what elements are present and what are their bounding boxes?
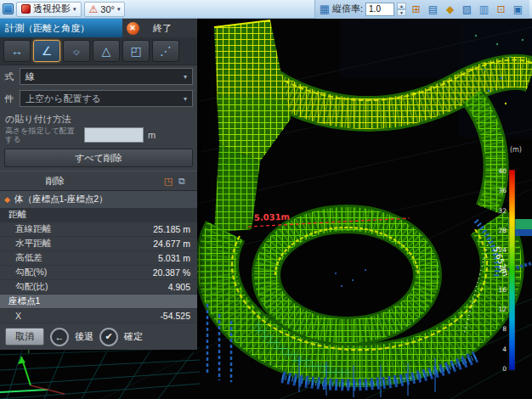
tool-points-button[interactable]: ⋰ xyxy=(152,40,179,62)
tool-angle-button[interactable]: ∠ xyxy=(33,40,60,62)
ring-hole xyxy=(282,235,411,315)
snap-tool-icon[interactable]: ⊞ xyxy=(409,2,423,16)
section-icon: ◰ xyxy=(130,44,141,58)
distance-icon: ↔ xyxy=(11,44,23,58)
back-button[interactable]: ← xyxy=(50,328,69,346)
legend-tick: 0 xyxy=(502,365,507,373)
measurement-row[interactable]: 水平距離24.677 m xyxy=(0,237,197,251)
legend-tick: 24 xyxy=(498,246,507,254)
grid-view-icon[interactable]: ▦ xyxy=(320,3,330,14)
height-measurement-label: 5.031m xyxy=(254,212,290,222)
projection-label: 透視投影 xyxy=(33,3,71,15)
legend-tick: 28 xyxy=(498,227,507,234)
radius-icon: ⌔ xyxy=(73,44,80,59)
top-toolbar: 透視投影 ▾ ⚠ 30° ▾ ▦ 縦倍率: ▲ ▼ ⊞ ▤ ◆ ▧ ▥ ⊡ ▣ xyxy=(0,0,532,19)
chevron-down-icon: ▾ xyxy=(184,95,187,103)
paste-method-label: の貼り付け方法 xyxy=(0,110,197,125)
angle-label: 30° xyxy=(100,4,115,14)
row-label: X xyxy=(15,311,21,321)
stepper-down-icon[interactable]: ▼ xyxy=(397,9,406,16)
type-form-row: 式 線 ▾ xyxy=(0,65,197,87)
cancel-button[interactable]: 取消 xyxy=(5,328,44,346)
section-tool-icon[interactable]: ▧ xyxy=(460,2,474,16)
stepper-up-icon[interactable]: ▲ xyxy=(397,3,406,9)
perspective-projection-button[interactable]: 透視投影 ▾ xyxy=(16,2,82,17)
row-value: 5.031 m xyxy=(158,253,190,263)
legend-tick: 36 xyxy=(498,187,507,194)
view-angle-button[interactable]: ⚠ 30° ▾ xyxy=(84,2,126,17)
copy-icon[interactable]: ⧉ xyxy=(175,174,189,188)
delete-button[interactable]: 削除 xyxy=(46,175,65,188)
measurement-table-rows: 距離直線距離25.185 m水平距離24.677 m高低差5.031 m勾配(%… xyxy=(0,208,197,323)
measurement-row[interactable]: 直線距離25.185 m xyxy=(0,222,197,237)
measurement-row[interactable]: 座標点1 xyxy=(0,295,197,309)
chevron-down-icon: ▾ xyxy=(184,73,187,81)
mesh-tool-icon[interactable]: ▥ xyxy=(477,2,491,16)
type-select[interactable]: 線 ▾ xyxy=(20,68,193,85)
delete-all-button[interactable]: すべて削除 xyxy=(4,149,193,167)
row-label: 勾配(比) xyxy=(15,281,48,293)
measurement-row[interactable]: 勾配(%)20.387 % xyxy=(0,266,197,280)
mode-value: 上空から配置する xyxy=(25,93,101,105)
layers-tool-icon[interactable]: ▤ xyxy=(426,2,440,16)
exit-button[interactable]: 終了 xyxy=(143,19,197,37)
height-label: 高さを指定して配置する xyxy=(5,126,80,144)
panel-action-bar: 取消 ← 後退 ✔ 確定 xyxy=(0,323,197,350)
confirm-label: 確定 xyxy=(124,330,143,343)
measurement-tool-toolbar: ↔ ∠ ⌔ △ ◰ ⋰ xyxy=(0,37,197,65)
legend-unit-label: (m) xyxy=(510,146,522,154)
projection-icon xyxy=(21,4,31,14)
panel-title: 計測（距離と角度） xyxy=(0,19,122,37)
area-icon: △ xyxy=(102,44,111,58)
tool-radius-button[interactable]: ⌔ xyxy=(63,40,90,62)
warning-icon: ⚠ xyxy=(89,4,99,14)
spiral-inner-ring xyxy=(266,219,427,331)
legend-tick: 40 xyxy=(498,167,507,175)
row-value: 4.905 xyxy=(168,282,190,292)
panel-close-button[interactable]: ✕ xyxy=(122,19,143,37)
type-value: 線 xyxy=(25,70,35,83)
row-label: 直線距離 xyxy=(15,223,51,235)
mode-label: 件 xyxy=(4,93,15,105)
mode-select[interactable]: 上空から配置する ▾ xyxy=(20,90,193,107)
legend-color-bar xyxy=(509,170,515,370)
legend-tick: 20 xyxy=(498,267,507,274)
delete-row: 削除 ◳ ⧉ xyxy=(0,171,197,191)
measurement-row[interactable]: 高低差5.031 m xyxy=(0,251,197,266)
marker-tool-icon[interactable]: ◆ xyxy=(443,2,457,16)
tool-section-button[interactable]: ◰ xyxy=(122,40,150,62)
unit-label: m xyxy=(148,130,156,140)
tool-area-button[interactable]: △ xyxy=(93,40,120,62)
legend-tick: 12 xyxy=(498,306,507,313)
vertical-scale-label: 縦倍率: xyxy=(332,3,363,15)
height-form-row: 高さを指定して配置する m xyxy=(0,125,197,145)
camera-tool-icon[interactable]: ⊡ xyxy=(494,2,508,16)
confirm-button[interactable]: ✔ xyxy=(99,328,118,346)
points-icon: ⋰ xyxy=(160,44,172,58)
back-icon: ← xyxy=(55,332,65,342)
result-table-title-row: ◆ 体（座標点1-座標点2） xyxy=(0,191,197,208)
tool-distance-button[interactable]: ↔ xyxy=(3,40,31,62)
row-value: 24.677 m xyxy=(153,239,190,249)
measurement-row[interactable]: 距離 xyxy=(0,208,197,222)
angle-icon: ∠ xyxy=(42,44,53,58)
row-label: 座標点1 xyxy=(8,295,40,307)
close-icon: ✕ xyxy=(127,22,139,35)
measurement-row[interactable]: X-54.525 xyxy=(0,309,197,323)
vertical-scale-stepper[interactable]: ▲ ▼ xyxy=(397,3,406,16)
legend-tick: 16 xyxy=(498,286,507,294)
toolbar-right-group: ▦ 縦倍率: ▲ ▼ ⊞ ▤ ◆ ▧ ▥ ⊡ ▣ xyxy=(314,0,529,19)
check-icon: ✔ xyxy=(105,331,112,342)
settings-tool-icon[interactable]: ▣ xyxy=(511,2,525,16)
app-icon[interactable] xyxy=(3,3,14,14)
folder-icon[interactable]: ◳ xyxy=(161,174,175,188)
panel-title-bar: 計測（距離と角度） ✕ 終了 xyxy=(0,19,197,37)
measurement-panel: 計測（距離と角度） ✕ 終了 ↔ ∠ ⌔ △ ◰ ⋰ 式 線 ▾ 件 上空から配… xyxy=(0,19,197,350)
row-label: 距離 xyxy=(8,209,26,221)
result-table-title: 体（座標点1-座標点2） xyxy=(14,194,108,205)
application-window: 透視投影 ▾ ⚠ 30° ▾ ▦ 縦倍率: ▲ ▼ ⊞ ▤ ◆ ▧ ▥ ⊡ ▣ xyxy=(0,0,532,399)
height-input[interactable] xyxy=(84,127,144,143)
row-label: 水平距離 xyxy=(15,238,51,250)
vertical-scale-input[interactable] xyxy=(365,3,394,16)
measurement-row[interactable]: 勾配(比)4.905 xyxy=(0,280,197,295)
